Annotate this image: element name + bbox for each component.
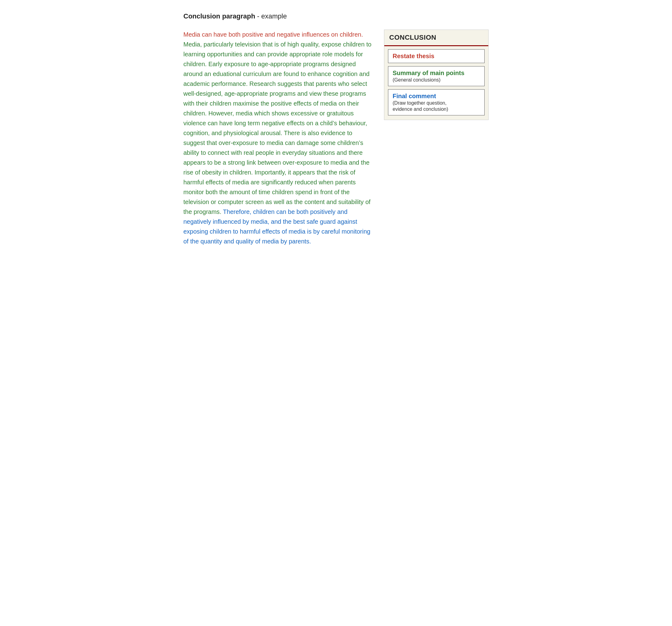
- sidebar-item-summary: Summary of main points (General conclusi…: [388, 66, 485, 86]
- text-red-sentence: Media can have both positive and negativ…: [184, 31, 363, 38]
- sidebar-final-title: Final comment: [392, 93, 480, 100]
- text-green-body: Media, particularly television that is o…: [184, 41, 371, 215]
- main-text: Media can have both positive and negativ…: [184, 29, 372, 246]
- sidebar-header-text: CONCLUSION: [389, 33, 436, 41]
- sidebar-summary-title: Summary of main points: [392, 70, 480, 77]
- sidebar-header: CONCLUSION: [384, 30, 488, 46]
- sidebar-final-subtitle2: evidence and conclusion): [392, 107, 480, 112]
- page-title: Conclusion paragraph - example: [184, 12, 488, 20]
- content-area: Media can have both positive and negativ…: [184, 29, 488, 246]
- page-title-bold: Conclusion paragraph: [184, 12, 255, 20]
- page-title-suffix: - example: [255, 12, 287, 20]
- sidebar-conclusion: CONCLUSION Restate thesis Summary of mai…: [384, 29, 488, 120]
- sidebar-item-restate: Restate thesis: [388, 49, 485, 63]
- sidebar-restate-title: Restate thesis: [392, 53, 480, 60]
- sidebar-summary-subtitle: (General conclusions): [392, 77, 480, 83]
- sidebar-item-final: Final comment (Draw together question, e…: [388, 89, 485, 115]
- sidebar-final-subtitle1: (Draw together question,: [392, 100, 480, 106]
